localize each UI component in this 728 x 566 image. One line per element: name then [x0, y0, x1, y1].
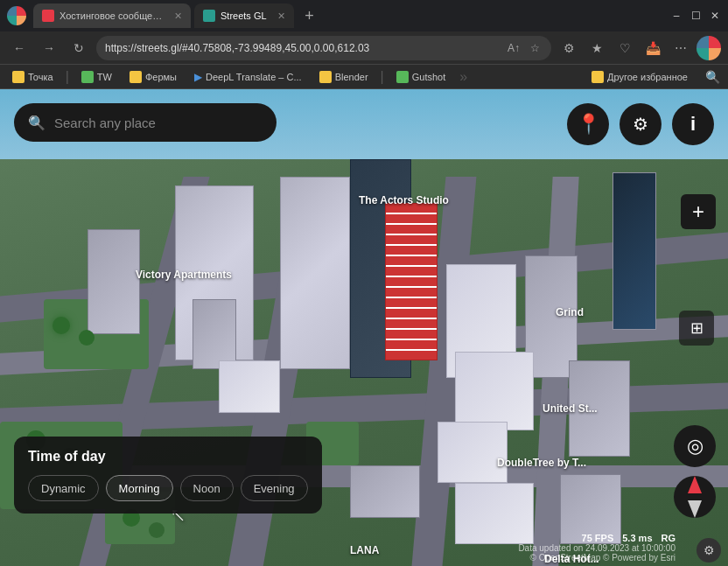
bookmark-icon-other — [592, 71, 604, 83]
bookmark-label-tochka: Точка — [28, 72, 53, 82]
ms-display: 5.3 ms — [622, 533, 652, 543]
bookmark-tochka[interactable]: Точка — [7, 69, 59, 85]
bookmark-icon-fermy — [130, 71, 142, 83]
translate-icon[interactable]: A↑ — [506, 40, 522, 56]
bookmark-label-tw: TW — [97, 72, 112, 82]
time-btn-morning[interactable]: Morning — [106, 475, 173, 501]
time-btn-dynamic[interactable]: Dynamic — [28, 475, 99, 501]
address-icons: A↑ ☆ — [506, 40, 542, 56]
time-btn-evening[interactable]: Evening — [241, 475, 308, 501]
tab-label-2: Streets GL — [220, 10, 267, 21]
tree-2 — [79, 330, 94, 346]
bookmark-star-icon[interactable]: ☆ — [527, 40, 542, 56]
window-controls: – ☐ ✕ — [670, 10, 721, 22]
tab-favicon-2 — [203, 10, 215, 22]
location-pin-button[interactable]: 📍 — [567, 103, 609, 145]
map-right-side-controls: ⊞ — [679, 311, 714, 346]
gps-location-button[interactable]: ◎ — [674, 425, 716, 467]
tab-2[interactable]: Streets GL ✕ — [194, 3, 294, 28]
bookmark-label-other: Другое избранное — [607, 72, 688, 82]
bookmark-icon-gutshot — [396, 71, 409, 83]
map-container: The Actors Studio Victory Apartments Gri… — [0, 89, 728, 566]
building-medium-1 — [88, 229, 140, 334]
map-settings-button[interactable]: ⚙ — [620, 103, 662, 145]
address-bar[interactable]: https://streets.gl/#40.75808,-73.99489,4… — [96, 36, 551, 60]
bookmark-fermy[interactable]: Фермы — [124, 69, 182, 85]
bookmark-blender[interactable]: Blender — [314, 69, 374, 85]
title-bar: Хостинговое сообщество «Time... ✕ Street… — [0, 0, 728, 31]
bookmark-deepl[interactable]: ▶ DeepL Translate – С... — [189, 69, 307, 85]
yandex-profile-icon[interactable] — [696, 36, 721, 60]
compass-north-arrow — [688, 476, 702, 493]
bookmark-icon-tw — [81, 71, 94, 83]
settings-icon[interactable]: ⚙ — [556, 36, 581, 60]
collections-icon[interactable]: ♡ — [612, 36, 637, 60]
rg-display: RG — [662, 533, 676, 543]
bookmarks-bar: Точка | TW Фермы ▶ DeepL Translate – С..… — [0, 65, 728, 89]
fps-display: 75 FPS — [582, 533, 614, 543]
map-status-bar: 75 FPS 5.3 ms RG Data updated on 24.09.2… — [0, 522, 728, 566]
separator-2: | — [381, 69, 384, 85]
nav-actions: ⚙ ★ ♡ 📥 ⋯ — [556, 36, 721, 60]
tab-label-1: Хостинговое сообщество «Time... — [60, 10, 164, 21]
building-medium-3 — [569, 360, 630, 457]
time-buttons-row: Dynamic Morning Noon Evening — [28, 475, 308, 501]
bookmark-other-favorites[interactable]: Другое избранное — [586, 69, 693, 85]
bookmark-icon-tochka — [12, 71, 24, 83]
maximize-button[interactable]: ☐ — [690, 10, 702, 22]
nav-bar: ← → ↻ https://streets.gl/#40.75808,-73.9… — [0, 31, 728, 65]
browser-frame: Хостинговое сообщество «Time... ✕ Street… — [0, 0, 728, 566]
fps-row: 75 FPS 5.3 ms RG — [582, 533, 676, 543]
search-bar[interactable]: 🔍 Search any place — [14, 103, 276, 142]
building-light-2 — [455, 352, 534, 430]
compass[interactable] — [674, 476, 716, 518]
close-button[interactable]: ✕ — [709, 10, 721, 22]
downloads-icon[interactable]: 📥 — [640, 36, 665, 60]
address-text: https://streets.gl/#40.75808,-73.99489,4… — [105, 42, 500, 54]
bookmark-gutshot[interactable]: Gutshot — [391, 69, 452, 85]
browser-logo-icon — [7, 6, 26, 25]
time-of-day-panel: Time of day Dynamic Morning Noon Evening — [14, 437, 322, 514]
new-tab-button[interactable]: + — [298, 3, 322, 28]
tab-bar: Хостинговое сообщество «Time... ✕ Street… — [33, 3, 663, 28]
tree-1 — [52, 317, 70, 334]
bottom-settings-icon[interactable]: ⚙ — [696, 538, 721, 563]
bookmark-label-blender: Blender — [335, 72, 368, 82]
tab-close-1[interactable]: ✕ — [174, 10, 182, 22]
map-bottom-controls: ◎ — [674, 425, 716, 518]
building-tall-1 — [280, 177, 350, 369]
favorites-icon[interactable]: ★ — [584, 36, 609, 60]
search-icon: 🔍 — [28, 115, 46, 131]
building-blue-tall — [612, 172, 656, 330]
bookmark-tw[interactable]: TW — [76, 69, 117, 85]
forward-button[interactable]: → — [37, 36, 61, 60]
layers-button[interactable]: ⊞ — [679, 311, 714, 346]
tab-1[interactable]: Хостинговое сообщество «Time... ✕ — [33, 3, 191, 28]
separator-1: | — [66, 69, 69, 85]
data-updated-text: Data updated on 24.09.2023 at 10:00:00 — [518, 543, 676, 553]
compass-south-arrow — [688, 500, 702, 518]
map-top-right-controls: 📍 ⚙ i — [567, 103, 714, 145]
time-btn-noon[interactable]: Noon — [180, 475, 234, 501]
building-small-3 — [350, 465, 420, 518]
search-button[interactable]: 🔍 — [704, 68, 721, 86]
tab-favicon-1 — [42, 10, 54, 22]
minimize-button[interactable]: – — [670, 10, 682, 22]
refresh-button[interactable]: ↻ — [66, 36, 91, 60]
copyright-text: © OpenStreetMap © Powered by Esri — [530, 553, 676, 563]
map-info-button[interactable]: i — [672, 103, 714, 145]
deepl-arrow: ▶ — [194, 71, 202, 83]
search-input[interactable]: Search any place — [54, 115, 156, 130]
bookmark-icon-blender — [319, 71, 332, 83]
bookmark-label-gutshot: Gutshot — [412, 72, 446, 82]
building-small-1 — [192, 299, 236, 369]
more-icon[interactable]: ⋯ — [668, 36, 693, 60]
zoom-plus-button[interactable]: + — [681, 194, 716, 229]
bookmark-label-fermy: Фермы — [145, 72, 177, 82]
time-panel-title: Time of day — [28, 449, 308, 465]
building-small-2 — [219, 360, 280, 413]
back-button[interactable]: ← — [7, 36, 32, 60]
tab-close-2[interactable]: ✕ — [277, 10, 285, 22]
building-red-striped — [385, 203, 438, 360]
building-light-3 — [438, 422, 508, 483]
